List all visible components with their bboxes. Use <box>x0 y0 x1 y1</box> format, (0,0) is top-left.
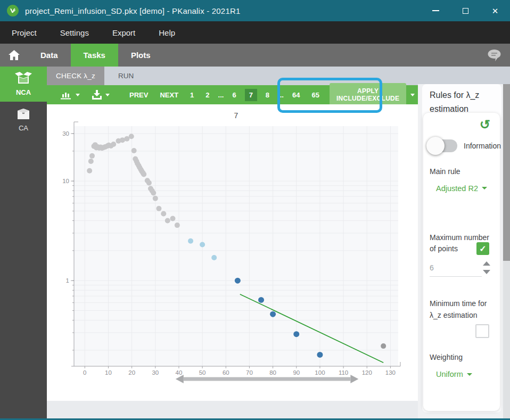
sidebar-item-ca[interactable]: CA <box>0 102 47 137</box>
data-point-candidate-light-blue[interactable] <box>200 242 205 247</box>
max-points-input[interactable]: 6 <box>430 263 482 277</box>
home-icon <box>9 50 20 60</box>
data-point-lambda-z-selected[interactable] <box>258 297 264 303</box>
data-point-lambda-z-selected[interactable] <box>293 331 299 337</box>
bar-chart-icon <box>61 90 72 100</box>
menu-help[interactable]: Help <box>147 21 187 44</box>
x-tick-label: 30 <box>152 369 159 376</box>
data-point-observed-excluded[interactable] <box>170 216 175 221</box>
sidebar-item-nca[interactable]: NCA <box>0 67 47 102</box>
close-button[interactable]: ✕ <box>480 0 510 21</box>
page-button-64[interactable]: 64 <box>289 89 303 101</box>
x-tick-label: 80 <box>269 369 276 376</box>
data-point-candidate-light-blue[interactable] <box>188 238 193 244</box>
tab-tasks[interactable]: Tasks <box>71 44 118 67</box>
y-tick-label: 10 <box>62 178 69 184</box>
subtab-check-lambda-z[interactable]: CHECK λ_z <box>47 67 104 85</box>
data-point-observed-excluded[interactable] <box>111 142 116 147</box>
export-plot-button[interactable] <box>92 90 110 100</box>
data-point-observed-excluded[interactable] <box>156 206 161 211</box>
x-tick-label: 0 <box>83 369 86 376</box>
x-tick-label: 10 <box>105 369 112 376</box>
rules-card: ↺ Information Main rule Adjusted R2 Maxi… <box>423 113 500 411</box>
data-point-observed-excluded[interactable] <box>129 134 134 139</box>
tab-data[interactable]: Data <box>28 44 71 67</box>
chevron-down-icon <box>482 187 487 190</box>
spinner-down-icon[interactable] <box>483 270 490 274</box>
x-tick-label: 120 <box>362 369 372 376</box>
check-lambda-z-chart: 0102030405060708090100110120130110307 <box>51 106 413 398</box>
data-point-observed-excluded[interactable] <box>161 211 166 216</box>
main-rule-dropdown[interactable]: Adjusted R2 <box>436 184 493 193</box>
minimize-icon <box>432 10 439 11</box>
page-button-7[interactable]: 7 <box>245 89 257 101</box>
task-sidebar: NCA CA <box>0 67 47 420</box>
spinner-up-icon[interactable] <box>483 261 490 266</box>
plot-type-button[interactable] <box>61 90 80 100</box>
min-time-checkbox[interactable] <box>475 324 489 338</box>
panel-scrollbar[interactable] <box>503 84 510 420</box>
page-ellipsis: ... <box>278 91 284 99</box>
lambda-z-plot[interactable]: 0102030405060708090100110120130110307 <box>47 104 418 401</box>
information-label: Information <box>464 142 501 150</box>
data-point-lambda-z-selected[interactable] <box>235 278 241 284</box>
data-point-observed-excluded[interactable] <box>88 159 94 164</box>
apply-include-exclude-button[interactable]: APPLY INCLUDE/EXCLUDE <box>330 83 407 106</box>
data-point-observed-excluded[interactable] <box>141 171 146 177</box>
y-tick-label: 1 <box>66 277 69 284</box>
minimize-button[interactable] <box>421 0 450 21</box>
data-point-observed-excluded[interactable] <box>153 196 158 201</box>
page-button-2[interactable]: 2 <box>202 89 212 101</box>
data-point-observed-excluded[interactable] <box>146 180 152 185</box>
subtab-run[interactable]: RUN <box>104 67 147 85</box>
box-closed-icon <box>15 106 31 121</box>
x-tick-label: 20 <box>128 369 135 376</box>
x-tick-label: 40 <box>176 369 183 376</box>
data-point-observed-excluded[interactable] <box>89 153 95 159</box>
menu-export[interactable]: Export <box>101 21 147 44</box>
reset-icon[interactable]: ↺ <box>480 118 490 131</box>
data-point-observed-excluded[interactable] <box>175 223 180 228</box>
page-button-65[interactable]: 65 <box>308 89 322 101</box>
data-point-observed-excluded[interactable] <box>165 218 170 224</box>
data-point-observed-excluded[interactable] <box>87 168 92 174</box>
menubar: ProjectSettingsExportHelp <box>0 21 510 44</box>
page-button-1[interactable]: 1 <box>187 89 197 101</box>
check-icon: ✓ <box>479 244 486 254</box>
menu-project[interactable]: Project <box>0 21 48 44</box>
x-tick-label: 130 <box>385 369 396 376</box>
scrollbar-thumb[interactable] <box>503 84 510 261</box>
home-tab[interactable] <box>0 44 28 67</box>
data-point-observed-excluded[interactable] <box>131 148 137 153</box>
chevron-down-icon <box>76 94 80 96</box>
weighting-dropdown[interactable]: Uniform <box>436 370 493 378</box>
chevron-down-icon <box>105 94 110 96</box>
page-button-8[interactable]: 8 <box>262 89 273 101</box>
data-point-trailing-excluded[interactable] <box>381 343 386 349</box>
menu-settings[interactable]: Settings <box>48 21 101 44</box>
slider-right-arrow-icon[interactable] <box>350 375 358 383</box>
maximize-button[interactable] <box>450 0 480 21</box>
data-point-candidate-light-blue[interactable] <box>211 255 217 260</box>
tab-plots[interactable]: Plots <box>118 44 163 67</box>
maximize-icon <box>463 8 468 14</box>
box-open-icon <box>14 72 32 86</box>
information-toggle[interactable] <box>430 139 457 152</box>
download-icon <box>92 90 102 100</box>
main-tabbar: DataTasksPlots <box>0 44 510 67</box>
chevron-down-icon <box>467 373 472 376</box>
max-points-checkbox[interactable]: ✓ <box>476 242 489 255</box>
main-rule-label: Main rule <box>430 166 493 178</box>
window-title: project_Remi_infusion_SD.pkx [demo] - PK… <box>25 6 241 15</box>
subject-pager: PREV NEXT 12...678...6465 <box>124 89 325 101</box>
apply-dropdown-caret-icon[interactable] <box>410 94 415 96</box>
prev-button[interactable]: PREV <box>126 89 151 101</box>
chat-bubble-icon[interactable] <box>487 44 501 67</box>
next-button[interactable]: NEXT <box>157 89 182 101</box>
data-point-lambda-z-selected[interactable] <box>270 311 276 317</box>
data-point-lambda-z-selected[interactable] <box>317 352 323 358</box>
slider-left-arrow-icon[interactable] <box>176 375 184 383</box>
plot-title: 7 <box>234 111 238 120</box>
page-button-6[interactable]: 6 <box>229 89 239 101</box>
data-point-observed-excluded[interactable] <box>151 190 156 195</box>
